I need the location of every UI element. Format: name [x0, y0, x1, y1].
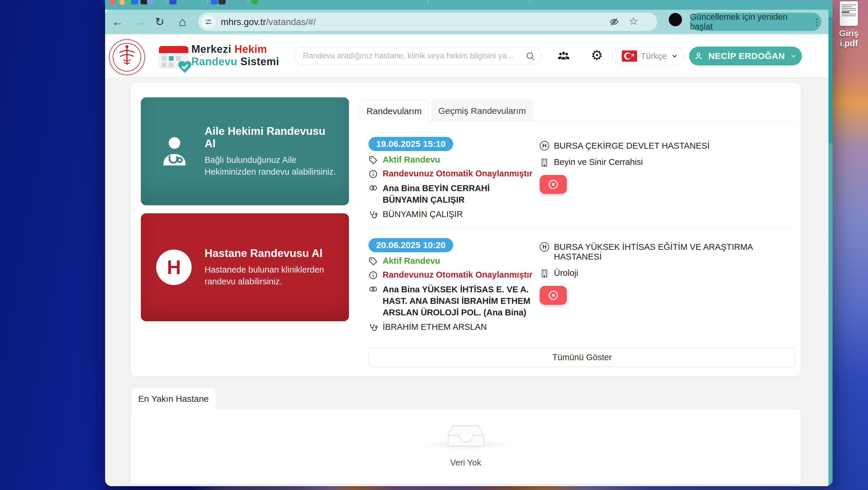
tab-favicon-facebook[interactable]	[131, 0, 138, 4]
heart-check-icon	[177, 58, 193, 74]
card-title: Hastane Randevusu Al	[205, 247, 337, 260]
search-input[interactable]	[303, 47, 521, 65]
ministry-of-health-emblem	[108, 38, 146, 76]
appointment-note: Randevunuz Otomatik Onaylanmıştır	[383, 169, 533, 178]
chevron-down-icon	[671, 52, 678, 60]
appointment-list: 19.06.2025 15:10 Aktif Randevu	[360, 122, 796, 367]
search-icon[interactable]	[525, 51, 535, 61]
building-icon	[540, 269, 549, 278]
site-settings-icon[interactable]	[202, 15, 216, 29]
tab-favicon-dark2[interactable]	[218, 0, 225, 4]
back-button[interactable]: ←	[111, 15, 125, 29]
logo-word-randevu: Randevu	[191, 56, 237, 68]
tab-my-appointments[interactable]: Randevularım	[360, 99, 429, 123]
doctor-icon	[156, 133, 193, 170]
bookmark-star-icon[interactable]: ☆	[629, 15, 638, 27]
forward-button[interactable]: →	[133, 15, 147, 29]
site-logo-text: Merkezi Hekim Randevu Sistemi	[191, 43, 279, 68]
appointment-doctor: BÜNYAMİN ÇALIŞIR	[383, 209, 463, 219]
stethoscope-icon	[368, 323, 378, 332]
tag-icon	[368, 257, 378, 266]
gear-icon[interactable]: ⚙	[591, 47, 603, 63]
traffic-light-minimize-icon[interactable]	[119, 0, 125, 5]
url-host: mhrs.gov.tr	[221, 17, 266, 27]
update-chrome-label: Güncellemek için yeniden başlat	[690, 12, 808, 32]
card-description: Hastanede bulunan kliniklerden randevu a…	[205, 264, 337, 287]
appointment-doctor: İBRAHİM ETHEM ARSLAN	[383, 322, 487, 332]
site-header: Merkezi Hekim Randevu Sistemi	[105, 34, 829, 77]
flag-star: ★	[631, 52, 635, 58]
cancel-appointment-button[interactable]	[540, 175, 567, 194]
appointment-status: Aktif Randevu	[383, 256, 440, 266]
hospital-h-icon: H	[156, 250, 193, 285]
tab-past-appointments[interactable]: Geçmiş Randevularım	[432, 99, 533, 122]
url-text[interactable]: mhrs.gov.tr/vatandas/#/	[221, 17, 316, 27]
profile-avatar[interactable]	[669, 13, 682, 26]
scrollbar-thumb[interactable]	[829, 17, 833, 144]
cancel-appointment-button[interactable]	[540, 286, 567, 305]
family-doctor-appointment-card[interactable]: Aile Hekimi Randevusu Al Bağlı bulunduğu…	[141, 97, 349, 205]
tab-favicon-whatsapp[interactable]	[251, 0, 258, 4]
pdf-file-icon	[840, 1, 858, 26]
reload-button[interactable]: ↻	[153, 15, 167, 29]
link-icon	[368, 284, 378, 294]
page-content: Aile Hekimi Randevusu Al Bağlı bulunduğu…	[105, 77, 829, 486]
desktop-pdf-shortcut[interactable]: Giriş i.pdf	[833, 1, 865, 48]
home-button[interactable]: ⌂	[175, 15, 190, 29]
mhrs-logo-icon	[159, 46, 188, 69]
appointment-note: Randevunuz Otomatik Onaylanmıştır	[383, 270, 533, 280]
show-all-button[interactable]: Tümünü Göster	[368, 348, 796, 367]
hospital-appointment-card[interactable]: H Hastane Randevusu Al Hastanede bulunan…	[141, 213, 349, 321]
eye-off-icon[interactable]	[609, 17, 619, 27]
cancel-x-icon	[547, 289, 559, 301]
appointment-department: Beyin ve Sinir Cerrahisi	[554, 157, 643, 167]
building-icon	[540, 158, 549, 167]
tab-favicon-blue2[interactable]	[169, 0, 177, 4]
traffic-light-close-icon[interactable]	[110, 0, 116, 5]
appointment-clinic: Ana Bina YÜKSEK İHTİSAS E. VE A. HAST. A…	[383, 284, 536, 318]
appointment-date-badge: 20.06.2025 10:20	[368, 238, 453, 252]
link-icon	[368, 183, 378, 193]
tab-separator	[166, 0, 167, 4]
appointment-department: Üroloji	[554, 268, 578, 278]
card-description: Bağlı bulunduğunuz Aile Hekiminizden ran…	[205, 154, 337, 177]
browser-menu-icon[interactable]: ⋮	[812, 17, 822, 27]
appointment-hospital: BURSA YÜKSEK İHTİSAS EĞİTİM VE ARAŞTIRMA…	[554, 242, 796, 262]
turkish-flag-icon: ★	[622, 51, 637, 62]
tab-favicon-blue[interactable]	[147, 0, 154, 4]
browser-window: ← → ↻ ⌂ mhrs.gov.tr/vatandas/#/	[105, 0, 833, 486]
page-scrollbar[interactable]	[829, 10, 833, 486]
person-icon	[693, 51, 704, 61]
appointment-divider	[368, 228, 796, 229]
desktop-wallpaper: Giriş i.pdf ← → ↻ ⌂	[0, 0, 868, 490]
tag-icon	[368, 156, 378, 165]
language-selector[interactable]: ★ Türkçe	[616, 46, 684, 65]
user-menu-button[interactable]: NECİP ERDOĞAN	[689, 46, 802, 65]
card-title: Aile Hekimi Randevusu Al	[205, 125, 337, 150]
hospital-circle-icon: H	[540, 141, 549, 151]
tab-separator	[529, 0, 530, 4]
appointments-tabs: Randevularım Geçmiş Randevularım	[360, 99, 796, 122]
appointment-hospital: BURSA ÇEKİRGE DEVLET HASTANESİ	[554, 141, 710, 151]
empty-state-label: Veri Yok	[131, 458, 801, 467]
address-bar[interactable]: mhrs.gov.tr/vatandas/#/ ☆	[198, 13, 657, 31]
logo-word-hekim: Hekim	[235, 43, 267, 55]
appointment-date-badge: 19.06.2025 15:10	[368, 137, 453, 151]
pdf-label-line1: Giriş	[833, 28, 865, 38]
appointments-panel: Aile Hekimi Randevusu Al Bağlı bulunduğu…	[131, 83, 801, 376]
tab-favicon-dark[interactable]	[141, 0, 148, 4]
logo-word-merkezi: Merkezi	[191, 43, 235, 55]
tab-favicon-shield[interactable]	[211, 0, 218, 4]
update-chrome-button[interactable]: Güncellemek için yeniden başlat ⋮	[690, 13, 822, 31]
user-name-label: NECİP ERDOĞAN	[708, 51, 785, 61]
tab-separator	[428, 0, 428, 4]
empty-inbox-icon	[446, 418, 485, 448]
group-people-icon[interactable]	[557, 49, 570, 63]
logo-word-sistemi: Sistemi	[237, 56, 279, 68]
tab-separator	[248, 0, 248, 4]
appointments-region: Randevularım Geçmiş Randevularım 19.06.2…	[360, 99, 796, 367]
tab-nearest-hospital[interactable]: En Yakın Hastane	[131, 387, 216, 410]
info-icon	[368, 169, 378, 179]
appointment-status: Aktif Randevu	[383, 155, 440, 165]
nearest-hospital-panel: Veri Yok	[131, 410, 801, 484]
